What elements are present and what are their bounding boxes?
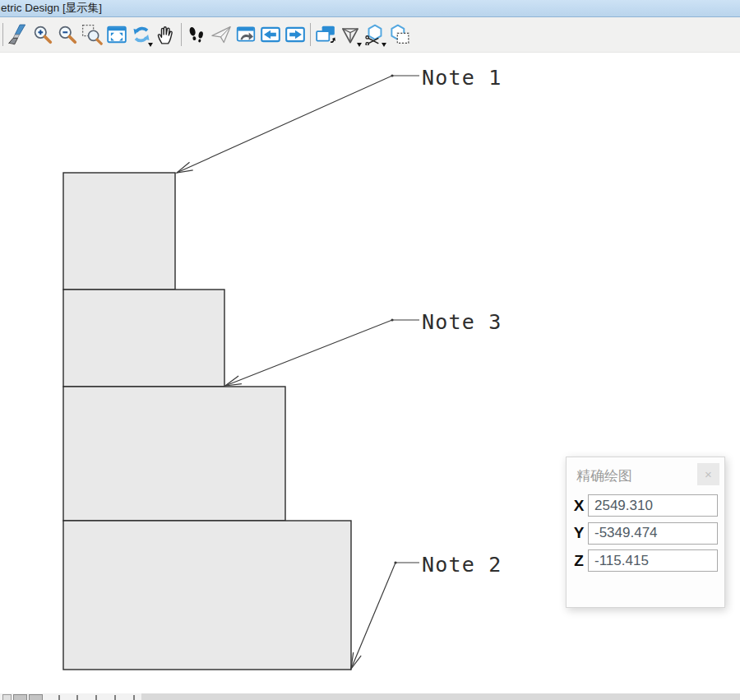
view-toggle-mark (133, 695, 135, 700)
leader-note-2[interactable]: Note 2 (351, 553, 502, 670)
view-toggles-strip (0, 693, 740, 700)
display-style-button[interactable] (338, 21, 363, 49)
shape-rect-3[interactable] (63, 387, 285, 521)
fit-view-icon (106, 24, 127, 45)
accudraw-title: 精确绘图 (576, 466, 632, 485)
z-coordinate-field[interactable] (588, 549, 718, 572)
x-coordinate-field[interactable] (588, 494, 718, 517)
view-toggle-mark (114, 695, 116, 700)
shape-rect-2[interactable] (63, 290, 224, 387)
accudraw-panel[interactable]: 精确绘图 × X Y Z (566, 457, 725, 608)
pan-hand-icon (155, 24, 177, 45)
clip-mask-button[interactable] (387, 21, 412, 49)
copy-windows-icon (315, 24, 336, 45)
update-view-button[interactable] (6, 21, 30, 49)
zoom-in-button[interactable] (30, 21, 55, 49)
clip-volume-button[interactable] (363, 21, 387, 49)
statusbar-edge (141, 693, 740, 700)
walk-button[interactable] (184, 21, 209, 49)
hexagon-mask-icon (389, 24, 410, 45)
note-label[interactable]: Note 2 (422, 553, 502, 577)
paper-plane-icon (210, 24, 232, 45)
toolbar-separator (2, 23, 3, 46)
arrowhead-icon (225, 376, 242, 386)
arrow-right-icon (284, 24, 306, 45)
view-previous-button[interactable] (258, 21, 283, 49)
pan-view-button[interactable] (154, 21, 178, 49)
paintbrush-icon (7, 24, 29, 45)
y-coordinate-field[interactable] (588, 522, 718, 545)
footprints-icon (186, 24, 207, 45)
view-history-button[interactable] (234, 21, 258, 49)
leader-note-3[interactable]: Note 3 (225, 310, 502, 387)
window-area-button[interactable] (80, 21, 104, 49)
close-icon: × (705, 467, 712, 481)
shape-rect-1[interactable] (63, 173, 175, 290)
view-toggle-button[interactable] (29, 694, 43, 700)
view-toggle-mark (95, 695, 97, 700)
accudraw-x-row: X (572, 494, 718, 517)
arrow-left-icon (260, 24, 281, 45)
leader-note-1[interactable]: Note 1 (177, 66, 502, 174)
view-toggle-mark (76, 695, 78, 700)
accudraw-y-row: Y (572, 522, 718, 545)
window-back-arrow-icon (235, 24, 257, 45)
note-label[interactable]: Note 1 (422, 66, 502, 90)
zoom-in-icon (32, 24, 53, 45)
view-group-button[interactable] (2, 694, 12, 700)
arrowhead-icon (177, 162, 193, 173)
view-next-button[interactable] (283, 21, 308, 49)
toolbar-separator (181, 23, 182, 46)
zoom-out-icon (57, 24, 78, 45)
dropdown-arrow-icon (148, 43, 153, 47)
zoom-out-button[interactable] (55, 21, 80, 49)
close-button[interactable]: × (697, 463, 719, 485)
x-axis-label: X (572, 497, 585, 515)
dropdown-arrow-icon (357, 43, 362, 47)
z-axis-label: Z (572, 552, 585, 570)
view-toolbar (0, 17, 740, 53)
y-axis-label: Y (572, 524, 585, 542)
dropdown-arrow-icon (382, 43, 386, 47)
application-window: etric Design [显示集] (0, 0, 740, 700)
note-label[interactable]: Note 3 (422, 310, 502, 334)
fit-view-button[interactable] (104, 21, 129, 49)
window-area-icon (81, 24, 103, 45)
shape-rect-4[interactable] (63, 521, 351, 670)
toolbar-separator (310, 23, 311, 46)
accudraw-z-row: Z (572, 549, 718, 572)
fly-button[interactable] (209, 21, 234, 49)
view-toggle-mark (58, 695, 60, 700)
rotate-view-button[interactable] (129, 21, 154, 49)
title-bar[interactable]: etric Design [显示集] (0, 0, 740, 17)
view-toggle-button[interactable] (13, 694, 27, 700)
copy-view-button[interactable] (313, 21, 338, 49)
window-title: etric Design [显示集] (1, 1, 102, 16)
arrowhead-icon (351, 652, 361, 669)
